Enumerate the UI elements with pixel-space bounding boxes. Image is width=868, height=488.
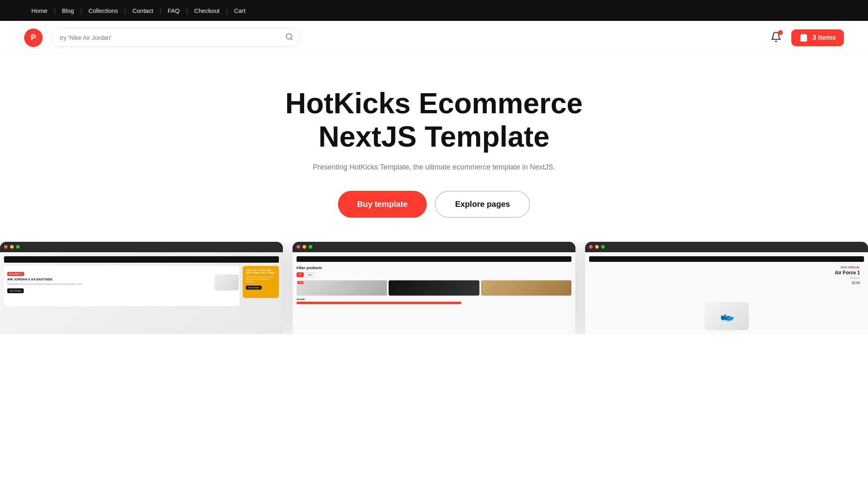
filter-tag-all: All	[297, 272, 304, 277]
product-badge-1: NEW	[297, 281, 303, 284]
window-dot-red-3	[589, 245, 593, 249]
hero-subtitle: Presenting HotKicks Template, the ultima…	[16, 163, 852, 172]
product-mini-1: NEW	[297, 280, 387, 296]
screenshot-titlebar-3	[585, 242, 868, 252]
screen-af-nav	[589, 256, 864, 262]
buy-template-button[interactable]: Buy template	[338, 191, 427, 218]
notification-bell[interactable]	[770, 31, 782, 44]
nav-contact[interactable]: Contact	[125, 7, 160, 14]
product-mini-3	[481, 280, 571, 296]
filter-products-title: Filter products	[297, 266, 571, 270]
window-dot-yellow-2	[303, 245, 306, 249]
preview-card-airforce: NEW ARRIVAL Air Force 1 ★★★★★ $199 👟	[585, 242, 868, 334]
screen-af-title: Air Force 1	[835, 270, 860, 276]
window-dot-green-2	[309, 245, 312, 249]
window-dot-yellow-1	[10, 245, 14, 249]
search-input[interactable]	[51, 28, 300, 47]
screenshot-titlebar-1	[0, 242, 283, 252]
site-logo[interactable]: P	[24, 29, 43, 47]
search-icon	[285, 33, 293, 41]
screen-badge-new-arrival: NEW ARRIVAL	[7, 272, 24, 276]
shoe-box-decoration	[215, 274, 239, 290]
top-navigation: Home Blog Collections Contact FAQ Checko…	[0, 0, 868, 21]
product-shoe-img-1	[297, 280, 387, 296]
screen-filter-nav	[297, 256, 571, 262]
window-dot-green-1	[16, 245, 20, 249]
site-header: P 3 items	[0, 21, 868, 55]
screen-promo-sub: October 4th, ready more for go after thi…	[246, 276, 276, 283]
hero-section: HotKicks Ecommerce NextJS Template Prese…	[0, 55, 868, 242]
screen-af-badge: NEW ARRIVAL	[835, 266, 860, 269]
products-mini-grid: NEW	[297, 280, 571, 296]
hero-buttons: Buy template Explore pages	[16, 191, 852, 218]
cart-item-count: 3 items	[812, 34, 836, 42]
nav-collections[interactable]: Collections	[81, 7, 125, 14]
preview-screenshots: NEW ARRIVAL AIR JORDAN 6 GX EASTSIDE Unb…	[0, 242, 868, 334]
gender-filter-bar	[297, 302, 461, 304]
screen-airforce-content: NEW ARRIVAL Air Force 1 ★★★★★ $199 👟	[585, 252, 868, 334]
product-shoe-img-2	[389, 280, 479, 296]
preview-card-filter: Filter products All Nike NEW Gender	[293, 242, 575, 334]
nav-checkout[interactable]: Checkout	[187, 7, 227, 14]
cart-button[interactable]: 3 items	[791, 29, 844, 46]
nav-cart[interactable]: Cart	[227, 7, 253, 14]
hero-title: HotKicks Ecommerce NextJS Template	[277, 87, 591, 153]
preview-card-home: NEW ARRIVAL AIR JORDAN 6 GX EASTSIDE Unb…	[0, 242, 283, 334]
filter-tag-nike: Nike	[305, 272, 315, 277]
screen-promo-text: DISC UP TO 50% FOR SNEAKERS FEST D 2023	[246, 269, 276, 274]
screen-af-stars: ★★★★★	[835, 276, 860, 279]
filter-brands-row: All Nike	[297, 272, 571, 277]
screen-gender-label: Gender	[297, 298, 571, 300]
screen-shop-btn: View Product	[7, 288, 24, 293]
header-right: 3 items	[770, 29, 844, 46]
screen-af-price: $199	[835, 281, 860, 285]
search-wrapper	[51, 28, 300, 47]
product-mini-2	[389, 280, 479, 296]
cart-icon	[799, 33, 808, 42]
window-dot-red-2	[297, 245, 300, 249]
screen-filter-content: Filter products All Nike NEW Gender	[293, 252, 575, 334]
window-dot-green-3	[601, 245, 605, 249]
screen-event-btn: Event details	[246, 286, 262, 290]
screen-description: Unbeatable from the toe box to the final…	[7, 283, 236, 285]
screen-home-content: NEW ARRIVAL AIR JORDAN 6 GX EASTSIDE Unb…	[0, 252, 283, 334]
nav-blog[interactable]: Blog	[55, 7, 81, 14]
screen-af-shoe-img: 👟	[704, 302, 749, 330]
notification-badge	[778, 30, 783, 35]
window-dot-yellow-3	[595, 245, 599, 249]
product-shoe-img-3	[481, 280, 571, 296]
screenshot-titlebar-2	[293, 242, 575, 252]
shoe-emoji: 👟	[718, 308, 735, 324]
window-dot-red-1	[4, 245, 8, 249]
nav-home[interactable]: Home	[24, 7, 55, 14]
screen-home-nav	[4, 256, 279, 263]
explore-pages-button[interactable]: Explore pages	[435, 191, 530, 218]
svg-line-1	[291, 38, 293, 40]
screen-jordan-title: AIR JORDAN 6 GX EASTSIDE	[7, 278, 236, 282]
nav-faq[interactable]: FAQ	[160, 7, 187, 14]
search-button[interactable]	[285, 33, 293, 43]
